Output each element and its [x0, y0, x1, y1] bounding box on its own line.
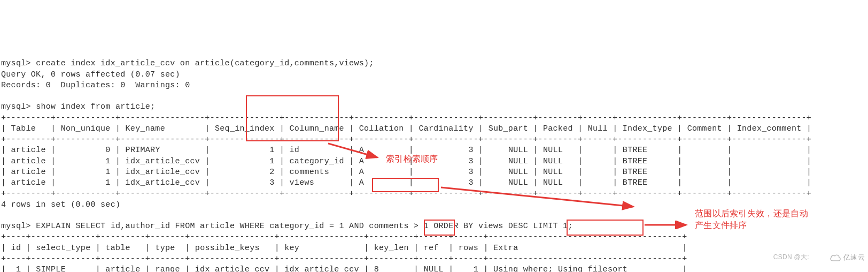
- annotation-index-order: 索引检索顺序: [386, 153, 438, 165]
- result-line: Query OK, 0 rows affected (0.07 sec): [1, 70, 180, 79]
- cloud-icon: [830, 253, 841, 262]
- highlight-ref-null: [424, 220, 455, 236]
- prompt: mysql>: [1, 59, 36, 68]
- sql-show-index: show index from article;: [36, 102, 155, 111]
- watermark-yisu: 亿速云: [830, 253, 865, 262]
- table-row: | 1 | SIMPLE | article | range | idx_art…: [1, 265, 687, 272]
- prompt: mysql>: [1, 102, 36, 111]
- prompt: mysql>: [1, 222, 36, 231]
- table-header-row: | id | select_type | table | type | poss…: [1, 244, 687, 253]
- table-border: +----+-------------+---------+-------+--…: [1, 254, 687, 263]
- table-row: | article | 1 | idx_article_ccv | 2 | co…: [1, 168, 811, 177]
- sql-create-index: create index idx_article_ccv on article(…: [36, 59, 374, 68]
- annotation-range-filesort: 范围以后索引失效，还是自动 产生文件排序: [695, 208, 808, 232]
- highlight-using-filesort: [567, 220, 644, 236]
- highlight-seq-col: [246, 95, 339, 141]
- result-line: 4 rows in set (0.00 sec): [1, 200, 120, 209]
- result-line: Records: 0 Duplicates: 0 Warnings: 0: [1, 81, 190, 90]
- table-border: +---------+------------+----------------…: [1, 135, 811, 144]
- sql-explain: EXPLAIN SELECT id,author_id FROM article…: [36, 222, 573, 231]
- table-border: +---------+------------+----------------…: [1, 114, 811, 123]
- watermark-csdn: CSDN @大:: [773, 253, 809, 261]
- table-header-row: | Table | Non_unique | Key_name | Seq_in…: [1, 124, 811, 133]
- highlight-comments-gt: [372, 178, 439, 192]
